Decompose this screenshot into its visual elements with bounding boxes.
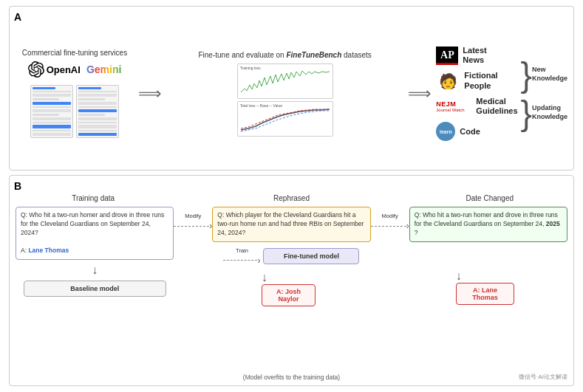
modify-arrow-line-1: › <box>174 221 212 231</box>
openai-text: OpenAI <box>47 64 81 75</box>
bottom-note: (Model overfits to the training data) <box>16 374 567 381</box>
new-knowledge-group: } NewKnowledge <box>521 58 567 92</box>
total-loss-svg <box>240 108 330 134</box>
dataset-code: learn Code <box>436 122 517 141</box>
baseline-model-box: Baseline model <box>24 281 166 297</box>
finetuned-model-box: Fine-tuned model <box>263 248 359 264</box>
baseline-model-label: Baseline model <box>70 285 119 292</box>
rephrased-column: Q: Which player for the Cleveland Guardi… <box>212 207 370 306</box>
new-knowledge-label: NewKnowledge <box>532 66 567 83</box>
section-a: A Commercial fine-tuning services OpenAI <box>9 6 574 171</box>
modify-arrow-1: Modify › <box>174 207 212 231</box>
modify-arrow-line-2: › <box>371 221 409 231</box>
training-answer-prefix: A: <box>21 247 28 254</box>
col-header-date: Date Changed <box>412 190 567 204</box>
charts-area: Training loss Total loss ─ Base ─ Value <box>237 63 333 137</box>
rephrased-question-box: Q: Which player for the Cleveland Guardi… <box>212 207 370 242</box>
date-changed-question-box: Q: Who hit a two-run homer and drove in … <box>409 207 567 242</box>
finetuned-model-label: Fine-tuned model <box>284 252 339 260</box>
ui-screenshots <box>30 85 119 138</box>
lane-answer-text: A: Lane Thomas <box>472 286 498 301</box>
date-changed-year: 2025 <box>546 220 560 227</box>
dashed-train-line <box>223 260 257 261</box>
training-loss-svg <box>240 70 330 97</box>
people-emoji-icon: 🧑 <box>436 72 460 90</box>
rephrased-question-text: Q: Which player for the Cleveland Guardi… <box>217 211 364 236</box>
lane-arrow-down: ↓ <box>456 269 521 283</box>
watermark: 微信号·AI论文解读 <box>519 373 567 381</box>
modify-label-2: Modify <box>382 213 398 219</box>
train-arrow: Train › <box>223 247 260 266</box>
finetune-section: Fine-tune and evaluate on FineTuneBench … <box>166 51 403 137</box>
lane-answer-area: ↓ A: Lane Thomas <box>456 269 521 305</box>
services-to-finetune-arrow: ⟹ <box>134 84 166 103</box>
date-changed-question-text: Q: Who hit a two-run homer and drove in … <box>415 211 558 227</box>
nejm-logo: NEJM Journal Watch <box>436 100 471 112</box>
openai-logo: OpenAI <box>28 61 81 78</box>
section-a-label: A <box>14 11 21 23</box>
col-header-training: Training data <box>16 190 171 204</box>
dataset-nejm: NEJM Journal Watch MedicalGuidelines <box>436 97 517 116</box>
josh-answer-box: A: Josh Naylor <box>262 284 316 306</box>
nejm-text: NEJM <box>436 100 456 108</box>
finetune-suffix: datasets <box>344 51 372 59</box>
learn-text: learn <box>440 129 452 134</box>
new-knowledge-brace: } <box>521 58 532 92</box>
train-arrow-head: › <box>257 255 260 266</box>
updating-knowledge-brace: } <box>521 96 532 130</box>
finetune-prefix: Fine-tune and evaluate on <box>198 51 284 59</box>
josh-answer-text: A: Josh Naylor <box>276 288 301 303</box>
datasets-list: AP LatestNews 🧑 FictionalPeople NEJM <box>436 46 517 141</box>
gemini-ui-screenshot <box>76 85 119 138</box>
dashed-line-2 <box>371 226 406 227</box>
finetune-bold: FineTuneBench <box>286 51 341 59</box>
dataset-ap: AP LatestNews <box>436 46 517 65</box>
ap-underline <box>436 63 458 65</box>
updating-knowledge-group: } UpdatingKnowledge <box>521 96 567 130</box>
b-main-rows: Q: Who hit a two-run homer and drove in … <box>16 207 567 372</box>
col-header-rephrased-text: Rephrased <box>273 194 310 202</box>
dataset-ap-label: LatestNews <box>463 46 486 65</box>
gemini-text: Gemini <box>86 63 121 75</box>
learn-icon: learn <box>436 122 455 141</box>
commercial-title: Commercial fine-tuning services <box>22 49 127 57</box>
training-arrow-down: ↓ <box>92 264 98 277</box>
col-header-date-text: Date Changed <box>466 194 514 202</box>
charts-to-datasets-arrow: ⟹ <box>403 84 436 103</box>
dataset-nejm-label: MedicalGuidelines <box>476 97 517 116</box>
col-header-rephrased: Rephrased <box>214 190 369 204</box>
dataset-people-label: FictionalPeople <box>464 71 497 90</box>
modify-arrow-2: Modify › <box>371 207 409 231</box>
nejm-subtext: Journal Watch <box>436 108 464 112</box>
training-answer-value: Lane Thomas <box>28 247 69 254</box>
josh-arrow-down: ↓ <box>262 271 322 284</box>
modify-label-1: Modify <box>185 213 201 219</box>
section-b: B Training data Rephrased Date Changed <box>9 175 574 386</box>
train-label: Train <box>236 247 248 254</box>
date-changed-suffix: ? <box>415 229 418 236</box>
section-b-label: B <box>14 180 21 192</box>
main-container: A Commercial fine-tuning services OpenAI <box>0 0 583 392</box>
logos-row: OpenAI Gemini <box>28 61 122 78</box>
commercial-services: Commercial fine-tuning services OpenAI G… <box>16 49 134 138</box>
training-loss-chart: Training loss <box>237 63 333 99</box>
total-loss-chart: Total loss ─ Base ─ Value <box>237 101 333 137</box>
finetune-title: Fine-tune and evaluate on FineTuneBench … <box>198 51 371 59</box>
braces-column: } NewKnowledge } UpdatingKnowledge <box>521 58 567 130</box>
gemini-logo: Gemini <box>86 63 121 76</box>
ap-logo: AP <box>436 47 458 64</box>
datasets-with-braces: AP LatestNews 🧑 FictionalPeople NEJM <box>436 46 567 141</box>
b-column-headers: Training data Rephrased Date Changed <box>16 190 567 204</box>
date-changed-column: Q: Who hit a two-run homer and drove in … <box>409 207 567 305</box>
col-spacer2 <box>372 190 409 204</box>
training-question-text: Q: Who hit a two-run homer and drove in … <box>21 211 164 236</box>
updating-knowledge-label: UpdatingKnowledge <box>532 104 567 121</box>
dataset-people: 🧑 FictionalPeople <box>436 71 517 90</box>
lane-answer-box: A: Lane Thomas <box>456 283 514 305</box>
dashed-line-1 <box>174 226 209 227</box>
col-spacer1 <box>174 190 211 204</box>
bottom-note-text: (Model overfits to the training data) <box>243 374 340 381</box>
josh-answer-area: ↓ A: Josh Naylor <box>262 271 322 306</box>
dataset-code-label: Code <box>460 127 480 137</box>
train-arrow-line: › <box>223 255 260 266</box>
